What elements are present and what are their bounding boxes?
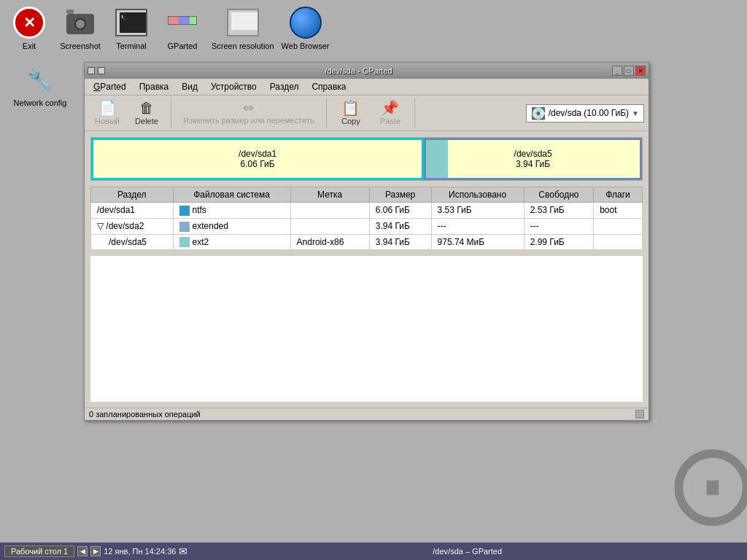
expand-icon: ▽ (97, 221, 106, 231)
toolbar-separator2 (326, 98, 327, 128)
copy-icon: 📋 (341, 101, 360, 115)
titlebar-buttons: _ □ ✕ (612, 66, 646, 76)
menu-view[interactable]: Вид (176, 80, 204, 93)
cell-used: 975.74 МиБ (431, 234, 524, 250)
web-browser-button[interactable]: Web Browser (282, 5, 330, 50)
cell-size: 6.06 ГиБ (369, 203, 431, 219)
titlebar-left (88, 67, 105, 74)
col-header-flags: Флаги (594, 187, 643, 203)
cell-used: --- (431, 218, 524, 234)
taskbar-bottom: Рабочий стол 1 ◀ ▶ 12 янв, Пн 14:24:36 ✉… (0, 542, 747, 560)
fs-color-indicator (179, 222, 190, 232)
cell-partition: /dev/sda1 (91, 203, 174, 219)
cell-partition: ▽ /dev/sda2 (91, 218, 174, 234)
col-header-size: Размер (369, 187, 431, 203)
table-row[interactable]: /dev/sda1 ntfs 6.06 ГиБ 3.53 ГиБ 2.53 Ги… (91, 203, 643, 219)
cell-free: 2.53 ГиБ (524, 203, 594, 219)
cell-label (290, 218, 369, 234)
toolbar-separator3 (414, 98, 415, 128)
screenshot-button[interactable]: Screenshot (58, 5, 102, 50)
sda1-vis-size: 6.06 ГиБ (241, 159, 275, 169)
toolbar-separator1 (171, 98, 171, 128)
screen-resolution-label: Screen resolution (212, 42, 274, 50)
terminal-label: Terminal (116, 42, 147, 50)
cell-flags: boot (594, 203, 643, 219)
scroll-indicator (635, 410, 644, 419)
monitor-icon (227, 9, 259, 36)
partition-visual-sda5[interactable]: /dev/sda5 3.94 ГиБ (424, 138, 642, 180)
new-icon: 📄 (98, 101, 117, 115)
disk-icon: 💽 (531, 106, 546, 120)
nav-prev-button[interactable]: ◀ (77, 546, 88, 556)
titlebar-dot2 (98, 67, 105, 74)
partition-visual-sda1[interactable]: /dev/sda1 6.06 ГиБ (91, 138, 424, 180)
col-header-used: Использовано (431, 187, 524, 203)
screen-resolution-button[interactable]: Screen resolution (212, 5, 274, 50)
delete-icon: 🗑 (139, 101, 154, 115)
dropdown-arrow-icon: ▼ (632, 109, 639, 117)
close-button[interactable]: ✕ (635, 66, 646, 76)
cell-used: 3.53 ГиБ (431, 203, 524, 219)
menu-partition[interactable]: Раздел (264, 80, 305, 93)
table-row[interactable]: ▽ /dev/sda2 extended 3.94 ГиБ --- --- (91, 218, 643, 234)
resize-icon: ⇔ (243, 101, 254, 114)
workspace-label: Рабочий стол 1 (4, 545, 74, 557)
delete-button[interactable]: 🗑 Delete (128, 98, 165, 128)
status-bar: 0 запланированных операций (85, 408, 649, 420)
cell-fs: ntfs (173, 203, 290, 219)
sidebar: 🔧 Network config (0, 55, 80, 107)
screenshot-label: Screenshot (60, 42, 101, 50)
cell-flags (594, 218, 643, 234)
resize-button[interactable]: ⇔ Изменить размер или переместить (177, 99, 320, 127)
menu-help[interactable]: Справка (306, 80, 352, 93)
maximize-button[interactable]: □ (624, 66, 634, 76)
menubar: GParted Правка Вид Устройство Раздел Спр… (85, 79, 649, 96)
new-button[interactable]: 📄 Новый (89, 98, 125, 128)
clock: 12 янв, Пн 14:24:36 (104, 547, 176, 556)
resize-label: Изменить размер или переместить (183, 116, 314, 125)
taskbar-top: Exit Screenshot $_ Terminal (0, 0, 747, 55)
gparted-button[interactable]: ⇒ GParted (160, 5, 204, 50)
disk-selector[interactable]: 💽 /dev/sda (10.00 ГиБ) ▼ (526, 104, 644, 122)
fs-color-indicator (179, 237, 190, 247)
nav-next-button[interactable]: ▶ (90, 546, 101, 556)
copy-button[interactable]: 📋 Copy (333, 98, 369, 128)
exit-button[interactable]: Exit (7, 5, 51, 50)
cell-free: 2.99 ГиБ (524, 234, 594, 250)
window-title: /dev/sda - GParted (105, 66, 612, 75)
table-row[interactable]: /dev/sda5 ext2 Android-x86 3.94 ГиБ 975.… (91, 234, 643, 250)
minimize-button[interactable]: _ (612, 66, 622, 76)
cell-partition: /dev/sda5 (91, 234, 174, 250)
status-text: 0 запланированных операций (89, 410, 201, 419)
sda5-vis-label: /dev/sda5 3.94 ГиБ (514, 149, 552, 169)
col-header-fs: Файловая система (173, 187, 290, 203)
cell-fs: ext2 (173, 234, 290, 250)
datetime-label: 12 янв, Пн 14:24:36 (104, 547, 176, 556)
fs-color-indicator (179, 206, 190, 216)
decorative-swirl: ⊙ (664, 426, 747, 542)
network-config-button[interactable]: 🔧 Network config (14, 62, 67, 107)
gparted-label: GParted (168, 42, 198, 50)
partition-table: Раздел Файловая система Метка Размер Исп… (90, 187, 643, 250)
col-header-partition: Раздел (91, 187, 174, 203)
cell-flags (594, 234, 643, 250)
disk-label: /dev/sda (10.00 ГиБ) (549, 108, 629, 118)
web-browser-label: Web Browser (282, 42, 330, 50)
terminal-button[interactable]: $_ Terminal (109, 5, 153, 50)
gparted-window: /dev/sda - GParted _ □ ✕ GParted Правка … (84, 62, 649, 421)
paste-button[interactable]: 📌 Paste (372, 98, 409, 128)
wrench-icon: 🔧 (24, 63, 56, 96)
cell-label (290, 203, 369, 219)
cell-label: Android-x86 (290, 234, 369, 250)
window-titlebar: /dev/sda - GParted _ □ ✕ (85, 63, 649, 79)
menu-gparted[interactable]: GParted (88, 80, 132, 93)
paste-icon: 📌 (381, 101, 399, 115)
exit-icon (13, 7, 45, 39)
menu-device[interactable]: Устройство (205, 80, 263, 93)
menu-edit[interactable]: Правка (133, 80, 175, 93)
globe-icon (290, 7, 322, 39)
gparted-icon: ⇒ (166, 9, 198, 36)
delete-label: Delete (135, 117, 158, 125)
col-header-label: Метка (290, 187, 369, 203)
titlebar-dot (88, 67, 95, 74)
